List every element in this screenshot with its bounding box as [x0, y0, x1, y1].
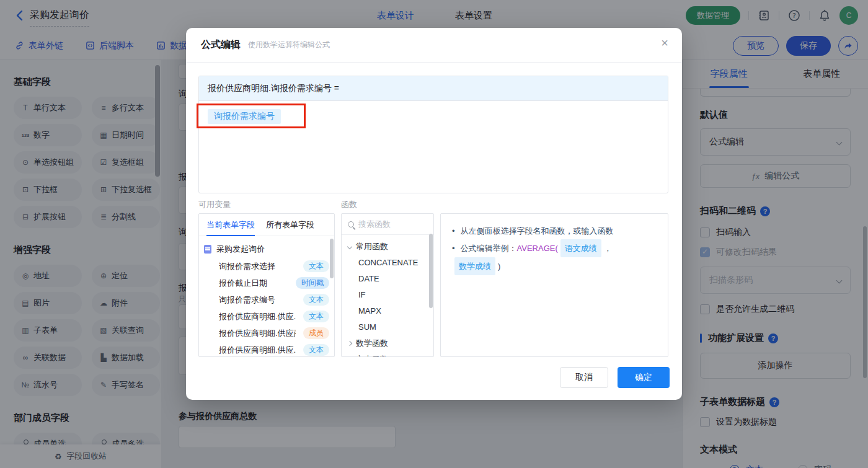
chevron-right-icon [347, 341, 352, 346]
function-group-common[interactable]: 常用函数 [342, 239, 433, 255]
function-search-input[interactable] [358, 219, 415, 229]
field-type-badge: 文本 [303, 294, 329, 306]
function-item-if[interactable]: IF [342, 287, 433, 303]
example-field-chip: 数学成绩 [454, 257, 495, 275]
variables-scrollbar[interactable] [330, 239, 334, 278]
field-type-badge: 文本 [303, 260, 329, 272]
close-icon[interactable]: × [661, 37, 668, 49]
annotation-red-box [197, 104, 306, 128]
function-search-row [342, 214, 433, 235]
chevron-down-icon [347, 244, 352, 249]
confirm-button[interactable]: 确定 [618, 367, 670, 388]
variable-field-row[interactable]: 报价截止日期 时间戳 [204, 275, 329, 291]
variables-panel: 当前表单字段 所有表单字段 采购发起询价 询报价需求选择 文本 报价截止日期 时… [198, 213, 335, 357]
cancel-button[interactable]: 取消 [560, 367, 608, 388]
variable-field-row[interactable]: 报价供应商明细.供应... 文本 [204, 308, 329, 325]
functions-scrollbar[interactable] [429, 234, 433, 308]
variable-field-row[interactable]: 报价供应商明细.供应商 成员 [204, 325, 329, 342]
variables-root-node[interactable]: 采购发起询价 [204, 241, 329, 258]
help-tip-1: 从左侧面板选择字段名和函数，或输入函数 [452, 223, 657, 239]
functions-panel: 常用函数 CONCATENATE DATE IF MAPX SUM 数学函数 文… [341, 213, 434, 357]
modal-subtitle: 使用数学运算符编辑公式 [248, 40, 330, 50]
variable-field-row[interactable]: 报价供应商明细.供应... 文本 [204, 342, 329, 357]
tab-current-form-fields[interactable]: 当前表单字段 [206, 214, 255, 236]
document-icon [204, 245, 211, 254]
modal-title: 公式编辑 [201, 38, 241, 51]
function-item-concatenate[interactable]: CONCATENATE [342, 255, 433, 271]
functions-tree: 常用函数 CONCATENATE DATE IF MAPX SUM 数学函数 文… [342, 235, 433, 357]
variables-tabs: 当前表单字段 所有表单字段 [199, 214, 334, 236]
field-type-badge: 文本 [303, 311, 329, 322]
function-group-text[interactable]: 文本函数 [342, 351, 433, 357]
function-item-mapx[interactable]: MAPX [342, 303, 433, 319]
help-tip-2: 公式编辑举例：AVERAGE(语文成绩，数学成绩) [452, 239, 657, 275]
function-group-math[interactable]: 数学函数 [342, 335, 433, 351]
field-type-badge: 文本 [303, 344, 329, 356]
function-item-date[interactable]: DATE [342, 271, 433, 287]
field-type-badge: 成员 [303, 327, 329, 339]
tab-all-form-fields[interactable]: 所有表单字段 [266, 214, 314, 236]
formula-target-bar: 报价供应商明细.询报价需求编号 = [199, 76, 668, 101]
variables-label: 可用变量 [198, 199, 231, 210]
formula-editor-box: 报价供应商明细.询报价需求编号 = 询报价需求编号 [198, 76, 668, 193]
variables-tree: 采购发起询价 询报价需求选择 文本 报价截止日期 时间戳 询报价需求编号 文本 … [199, 236, 334, 357]
example-field-chip: 语文成绩 [560, 239, 601, 257]
modal-header: 公式编辑 使用数学运算符编辑公式 [186, 28, 682, 63]
variable-field-row[interactable]: 询报价需求选择 文本 [204, 258, 329, 275]
function-item-sum[interactable]: SUM [342, 319, 433, 335]
formula-help-panel: 从左侧面板选择字段名和函数，或输入函数 公式编辑举例：AVERAGE(语文成绩，… [440, 213, 668, 357]
variable-field-row[interactable]: 询报价需求编号 文本 [204, 291, 329, 308]
search-icon [348, 221, 354, 227]
formula-editor-modal: 公式编辑 使用数学运算符编辑公式 × 报价供应商明细.询报价需求编号 = 询报价… [186, 28, 682, 400]
field-type-badge: 时间戳 [296, 277, 329, 289]
functions-label: 函数 [341, 199, 357, 210]
